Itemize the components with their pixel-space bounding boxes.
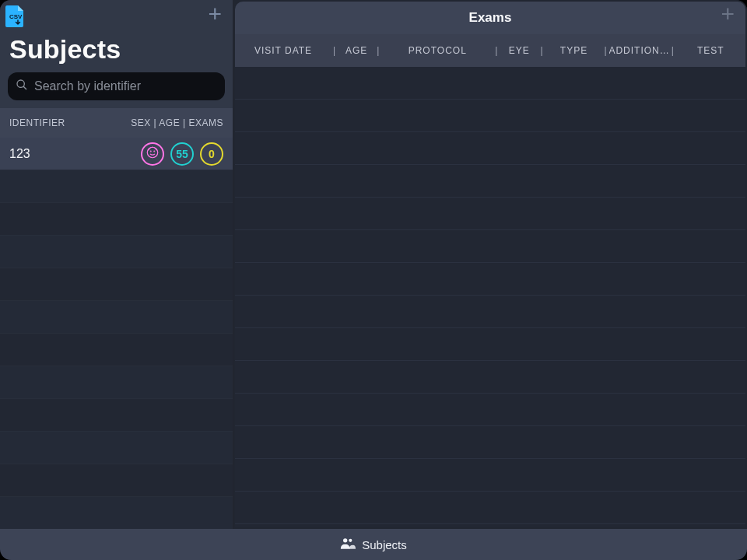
subject-row-empty bbox=[0, 236, 233, 268]
subjects-tab-label[interactable]: Subjects bbox=[362, 538, 407, 551]
subject-row-empty bbox=[0, 464, 233, 497]
col-meta-label: SEX | AGE | EXAMS bbox=[131, 117, 223, 128]
exam-row-empty bbox=[235, 394, 745, 426]
exams-title: Exams bbox=[469, 10, 512, 26]
app-window: CSV + Subjects bbox=[0, 0, 747, 560]
col-test[interactable]: TEST bbox=[676, 34, 745, 67]
exams-column-header: VISIT DATE | AGE | PROTOCOL | EYE | TYPE… bbox=[235, 34, 745, 67]
col-type[interactable]: TYPE bbox=[545, 34, 603, 67]
search-icon bbox=[16, 79, 28, 94]
exam-row-empty bbox=[235, 67, 745, 100]
exam-row-empty bbox=[235, 361, 745, 394]
svg-point-4 bbox=[150, 151, 151, 152]
subjects-tab-icon[interactable] bbox=[340, 537, 356, 553]
subject-row-empty bbox=[0, 399, 233, 432]
subject-row-empty bbox=[0, 203, 233, 236]
svg-point-6 bbox=[343, 538, 347, 542]
exam-row-empty bbox=[235, 198, 745, 230]
svg-text:CSV: CSV bbox=[9, 13, 23, 20]
exam-row-empty bbox=[235, 230, 745, 263]
subject-search-input[interactable] bbox=[34, 79, 217, 93]
add-exam-button[interactable]: + bbox=[721, 5, 738, 23]
exam-row-empty bbox=[235, 263, 745, 296]
svg-point-7 bbox=[349, 538, 352, 541]
svg-point-1 bbox=[17, 80, 24, 87]
col-age[interactable]: AGE bbox=[338, 34, 375, 67]
subjects-title: Subjects bbox=[0, 31, 233, 72]
export-csv-icon[interactable]: CSV bbox=[5, 5, 25, 28]
subject-identifier: 123 bbox=[9, 147, 30, 161]
svg-point-5 bbox=[154, 151, 155, 152]
exam-row-empty bbox=[235, 132, 745, 165]
col-identifier-label: IDENTIFIER bbox=[9, 117, 65, 128]
exams-header: Exams + bbox=[235, 2, 745, 34]
bottom-tab-bar: Subjects bbox=[0, 529, 747, 560]
subjects-sidebar: CSV + Subjects bbox=[0, 0, 233, 529]
col-visit-date[interactable]: VISIT DATE bbox=[235, 34, 331, 67]
subject-row-empty bbox=[0, 301, 233, 334]
exams-panel: Exams + VISIT DATE | AGE | PROTOCOL | EY… bbox=[233, 0, 747, 529]
subject-row-empty bbox=[0, 366, 233, 399]
col-protocol[interactable]: PROTOCOL bbox=[381, 34, 493, 67]
subject-row-empty bbox=[0, 334, 233, 366]
exam-row-empty bbox=[235, 165, 745, 198]
exams-list bbox=[235, 67, 745, 527]
svg-line-2 bbox=[23, 86, 26, 89]
subject-row-empty bbox=[0, 432, 233, 464]
sex-badge bbox=[141, 142, 164, 166]
subjects-list: 123 bbox=[0, 138, 233, 529]
subject-search[interactable] bbox=[8, 72, 225, 100]
exams-count-badge: 0 bbox=[200, 142, 223, 166]
subject-row-empty bbox=[0, 170, 233, 203]
col-eye[interactable]: EYE bbox=[500, 34, 538, 67]
exam-row-empty bbox=[235, 426, 745, 459]
exam-row-empty bbox=[235, 492, 745, 524]
col-additional[interactable]: ADDITION… bbox=[609, 34, 670, 67]
exam-row-empty bbox=[235, 459, 745, 492]
age-badge: 55 bbox=[170, 142, 194, 166]
face-icon bbox=[146, 145, 160, 162]
subject-row-empty bbox=[0, 268, 233, 301]
exam-row-empty bbox=[235, 296, 745, 328]
exam-row-empty bbox=[235, 100, 745, 132]
subjects-column-header: IDENTIFIER SEX | AGE | EXAMS bbox=[0, 108, 233, 138]
exam-row-empty bbox=[235, 328, 745, 361]
subject-row[interactable]: 123 bbox=[0, 138, 233, 170]
add-subject-button[interactable]: + bbox=[208, 5, 225, 23]
